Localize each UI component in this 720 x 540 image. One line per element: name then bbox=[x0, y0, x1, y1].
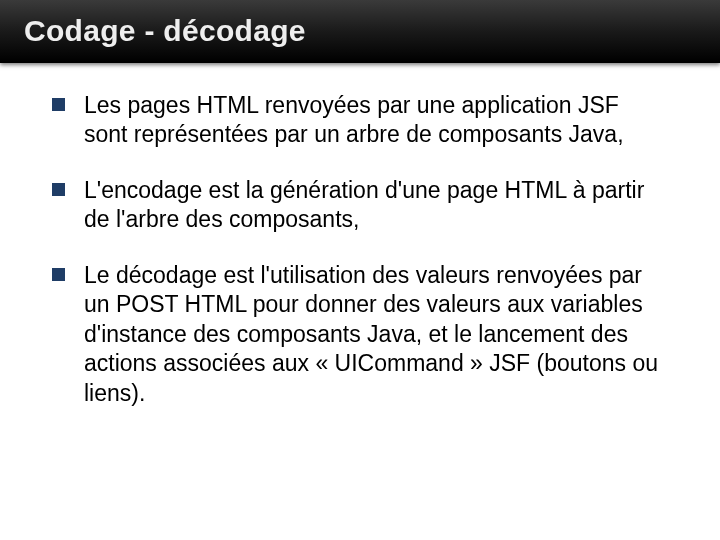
slide: Codage - décodage Les pages HTML renvoyé… bbox=[0, 0, 720, 540]
bullet-list: Les pages HTML renvoyées par une applica… bbox=[52, 91, 668, 408]
slide-title: Codage - décodage bbox=[24, 14, 700, 48]
list-item: Le décodage est l'utilisation des valeur… bbox=[52, 261, 668, 408]
list-item: L'encodage est la génération d'une page … bbox=[52, 176, 668, 235]
title-bar: Codage - décodage bbox=[0, 0, 720, 63]
bullet-text: L'encodage est la génération d'une page … bbox=[84, 177, 644, 232]
slide-content: Les pages HTML renvoyées par une applica… bbox=[0, 63, 720, 454]
bullet-text: Les pages HTML renvoyées par une applica… bbox=[84, 92, 624, 147]
bullet-text: Le décodage est l'utilisation des valeur… bbox=[84, 262, 658, 406]
list-item: Les pages HTML renvoyées par une applica… bbox=[52, 91, 668, 150]
